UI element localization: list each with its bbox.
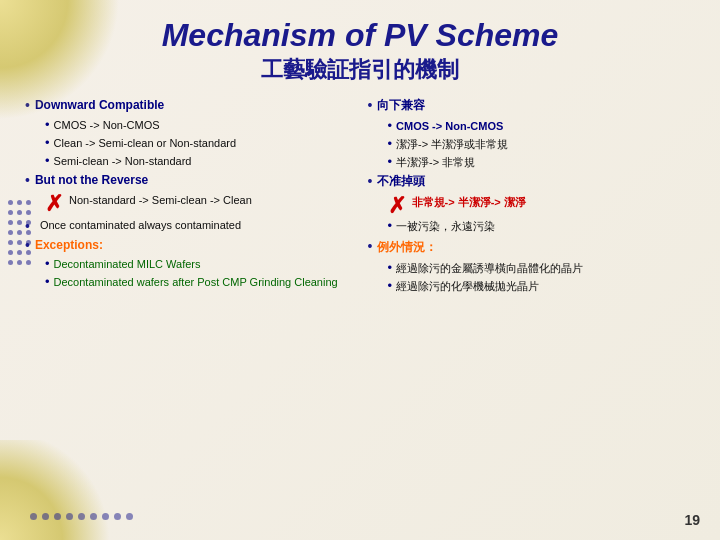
exceptions-sub-bullets: • Decontaminated MILC Wafers • Decontami… (45, 257, 353, 291)
sub-dot-decont: • (45, 274, 50, 291)
ch-x-mark-icon: ✗ (388, 195, 406, 217)
sub-dot-3: • (45, 153, 50, 170)
ch-sub-bullets-2: ✗ 非常規-> 半潔淨-> 潔淨 • 一被污染，永遠污染 (388, 195, 696, 235)
left-column: • Downward Compatible • CMOS -> Non-CMOS… (25, 98, 353, 299)
once-contaminated-label: Once contaminated always contaminated (35, 219, 241, 231)
ch-semi-text: 半潔淨-> 非常規 (396, 155, 475, 169)
sub-bullet-clean: • Clean -> Semi-clean or Non-standard (45, 136, 353, 152)
ch-reverse-label: 不准掉頭 (377, 174, 425, 190)
nonstandard-text: Non-standard -> Semi-clean -> Clean (69, 193, 252, 207)
sub-bullet-decontaminated: • Decontaminated wafers after Post CMP G… (45, 275, 353, 291)
ch-bullet-icon-2: • (368, 173, 373, 189)
but-not-reverse-label: But not the Reverse (35, 173, 148, 189)
ch-sub-dot-4: • (388, 218, 393, 235)
ch-nonstandard-text: 非常規-> 半潔淨-> 潔淨 (412, 195, 526, 209)
content-area: • Downward Compatible • CMOS -> Non-CMOS… (0, 90, 720, 304)
slide: Mechanism of PV Scheme 工藝驗証指引的機制 • Downw… (0, 0, 720, 540)
bottom-dots (30, 513, 133, 520)
bullet-reverse: • But not the Reverse (25, 173, 353, 189)
sub-dot-2: • (45, 135, 50, 152)
milc-text: Decontaminated MILC Wafers (54, 257, 201, 271)
ch-bullet-1: • 向下兼容 (368, 98, 696, 114)
downward-sub-bullets: • CMOS -> Non-CMOS • Clean -> Semi-clean… (45, 118, 353, 170)
bullet-contaminated: • Once contaminated always contaminated (25, 219, 353, 234)
sub-bullet-nonstandard: ✗ Non-standard -> Semi-clean -> Clean (45, 193, 353, 215)
ch-cmp-text: 經過除污的化學機械拋光晶片 (396, 279, 539, 293)
ch-sub-dot-6: • (388, 278, 393, 295)
ch-exceptions-label: 例外情況： (377, 239, 437, 256)
sub-dot-milc: • (45, 256, 50, 273)
x-mark-icon: ✗ (45, 193, 63, 215)
bullet-exceptions: • Exceptions: (25, 238, 353, 253)
ch-milc-text: 經過除污的金屬誘導橫向晶體化的晶片 (396, 261, 583, 275)
corner-decoration-tl (0, 0, 120, 120)
reverse-sub-bullets: ✗ Non-standard -> Semi-clean -> Clean (45, 193, 353, 215)
clean-text: Clean -> Semi-clean or Non-standard (54, 136, 237, 150)
ch-sub-dot-5: • (388, 260, 393, 277)
corner-decoration-bl (0, 440, 120, 540)
ch-polluted-text: 一被污染，永遠污染 (396, 219, 495, 233)
ch-sub-nonstandard: ✗ 非常規-> 半潔淨-> 潔淨 (388, 195, 696, 217)
page-number: 19 (684, 512, 700, 528)
sub-bullet-semi: • Semi-clean -> Non-standard (45, 154, 353, 170)
exceptions-label: Exceptions: (35, 238, 103, 252)
ch-bullet-icon-1: • (368, 97, 373, 113)
ch-sub-dot-3: • (388, 154, 393, 171)
ch-sub-cmp: • 經過除污的化學機械拋光晶片 (388, 279, 696, 295)
right-column: • 向下兼容 • CMOS -> Non-CMOS • 潔淨-> 半潔淨或非常規… (368, 98, 696, 299)
ch-cmos-text: CMOS -> Non-CMOS (396, 119, 503, 133)
sub-bullet-cmos: • CMOS -> Non-CMOS (45, 118, 353, 134)
ch-sub-polluted: • 一被污染，永遠污染 (388, 219, 696, 235)
ch-sub-dot-1: • (388, 118, 393, 135)
ch-sub-semi: • 半潔淨-> 非常規 (388, 155, 696, 171)
ch-sub-bullets-1: • CMOS -> Non-CMOS • 潔淨-> 半潔淨或非常規 • 半潔淨-… (388, 119, 696, 171)
ch-downward-label: 向下兼容 (377, 98, 425, 114)
ch-sub-dot-2: • (388, 136, 393, 153)
ch-sub-milc: • 經過除污的金屬誘導橫向晶體化的晶片 (388, 261, 696, 277)
ch-sub-cmos: • CMOS -> Non-CMOS (388, 119, 696, 135)
ch-bullet-2: • 不准掉頭 (368, 174, 696, 190)
ch-sub-clean: • 潔淨-> 半潔淨或非常規 (388, 137, 696, 153)
bullet-icon-2: • (25, 172, 30, 188)
ch-bullet-icon-3: • (368, 238, 373, 254)
ch-clean-text: 潔淨-> 半潔淨或非常規 (396, 137, 508, 151)
decontaminated-text: Decontaminated wafers after Post CMP Gri… (54, 275, 338, 289)
ch-bullet-3: • 例外情況： (368, 239, 696, 256)
sub-bullet-milc: • Decontaminated MILC Wafers (45, 257, 353, 273)
semi-text: Semi-clean -> Non-standard (54, 154, 192, 168)
ch-sub-bullets-3: • 經過除污的金屬誘導橫向晶體化的晶片 • 經過除污的化學機械拋光晶片 (388, 261, 696, 295)
side-dots-1 (8, 200, 31, 265)
